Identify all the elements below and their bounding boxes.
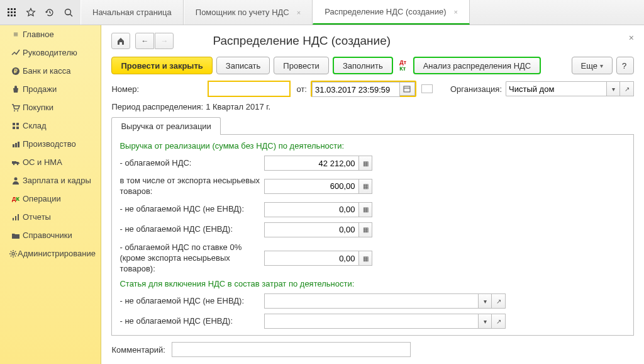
calc-icon[interactable]: ▦ bbox=[358, 156, 372, 171]
post-and-close-button[interactable]: Провести и закрыть bbox=[111, 57, 212, 74]
section-header: Статья для включения НДС в состав затрат… bbox=[119, 279, 626, 288]
field-label: - не облагаемой НДС (ЕНВД): bbox=[119, 316, 264, 327]
close-icon[interactable]: × bbox=[297, 9, 301, 16]
svg-rect-1 bbox=[11, 8, 13, 10]
tabs: Начальная страница Помощник по учету НДС… bbox=[80, 0, 470, 25]
tab-helper[interactable]: Помощник по учету НДС× bbox=[184, 0, 313, 25]
svg-rect-0 bbox=[8, 8, 9, 10]
open-icon[interactable]: ↗ bbox=[492, 293, 506, 309]
org-input[interactable] bbox=[506, 81, 606, 96]
field-label: - не облагаемой НДС (не ЕНВД): bbox=[119, 204, 264, 215]
field-label: - облагаемой НДС по ставке 0% (кроме экс… bbox=[119, 242, 264, 275]
tab-home[interactable]: Начальная страница bbox=[80, 0, 184, 25]
comment-input[interactable] bbox=[172, 342, 411, 357]
sidebar-item-salary[interactable]: Зарплата и кадры bbox=[0, 171, 101, 190]
tab-label: Начальная страница bbox=[92, 8, 172, 17]
number-label: Номер: bbox=[111, 84, 145, 94]
open-icon[interactable]: ↗ bbox=[620, 81, 634, 96]
sidebar-item-label: Администрирование bbox=[18, 249, 96, 258]
toolbar: Провести и закрыть Записать Провести Зап… bbox=[111, 57, 634, 74]
svg-rect-8 bbox=[14, 14, 16, 16]
sidebar-item-label: Покупки bbox=[23, 103, 53, 112]
dk-toolbar-icon[interactable]: ДтКт bbox=[397, 59, 409, 72]
sidebar-item-bank[interactable]: ₽Банк и касса bbox=[0, 62, 101, 80]
tab-active[interactable]: Распределение НДС (создание)× bbox=[313, 0, 470, 25]
nontax-no-envd-input[interactable] bbox=[264, 202, 358, 217]
svg-rect-3 bbox=[8, 11, 9, 13]
export-input[interactable] bbox=[264, 179, 358, 194]
help-button[interactable]: ? bbox=[616, 57, 634, 74]
search-icon[interactable] bbox=[59, 1, 78, 25]
zero-rate-input[interactable] bbox=[264, 251, 358, 266]
svg-rect-16 bbox=[16, 123, 19, 125]
close-icon[interactable]: × bbox=[454, 8, 458, 16]
post-button[interactable]: Провести bbox=[274, 57, 329, 74]
field-label: в том числе от экспорта несырьевых товар… bbox=[119, 176, 264, 197]
open-icon[interactable]: ↗ bbox=[492, 314, 506, 329]
tab-revenue[interactable]: Выручка от реализации bbox=[111, 117, 220, 135]
boxes-icon bbox=[9, 122, 23, 130]
calc-icon[interactable]: ▦ bbox=[358, 222, 372, 237]
sidebar-item-label: Зарплата и кадры bbox=[23, 176, 91, 185]
sidebar-item-reports[interactable]: Отчеты bbox=[0, 208, 101, 226]
sidebar-item-catalogs[interactable]: Справочники bbox=[0, 226, 101, 244]
vat-taxable-input[interactable] bbox=[264, 156, 358, 171]
svg-rect-19 bbox=[13, 144, 14, 147]
calc-icon[interactable]: ▦ bbox=[358, 202, 372, 217]
dropdown-icon[interactable]: ▾ bbox=[478, 314, 492, 329]
sidebar-item-warehouse[interactable]: Склад bbox=[0, 117, 101, 135]
svg-rect-7 bbox=[11, 14, 13, 16]
sidebar-item-label: Справочники bbox=[23, 230, 72, 240]
chart-icon bbox=[9, 48, 23, 57]
section-header: Выручка от реализации (сумма без НДС) по… bbox=[119, 141, 626, 151]
svg-rect-30 bbox=[404, 86, 410, 92]
more-button[interactable]: Еще bbox=[572, 57, 613, 74]
sidebar-item-manager[interactable]: Руководителю bbox=[0, 43, 101, 62]
field-label: - не облагаемой НДС (ЕНВД): bbox=[119, 224, 264, 235]
apps-icon[interactable] bbox=[3, 1, 21, 25]
sidebar-item-operations[interactable]: ДКОперации bbox=[0, 190, 101, 208]
back-button[interactable]: ← bbox=[135, 33, 154, 49]
calc-icon[interactable]: ▦ bbox=[358, 179, 372, 194]
cost-item-envd-input[interactable] bbox=[264, 314, 478, 329]
sidebar-item-assets[interactable]: ОС и НМА bbox=[0, 153, 101, 171]
close-form-icon[interactable]: × bbox=[629, 33, 634, 43]
cost-item-no-envd-input[interactable] bbox=[264, 293, 478, 309]
analysis-button[interactable]: Анализ распределения НДС bbox=[413, 57, 541, 74]
svg-point-9 bbox=[65, 9, 71, 14]
number-input[interactable] bbox=[208, 81, 290, 96]
save-button[interactable]: Записать bbox=[216, 57, 270, 74]
forward-button[interactable]: → bbox=[155, 33, 174, 49]
calendar-icon[interactable] bbox=[400, 82, 415, 96]
svg-point-23 bbox=[13, 163, 15, 165]
sidebar-item-label: Производство bbox=[23, 139, 76, 149]
dropdown-icon[interactable]: ▾ bbox=[606, 81, 620, 96]
date-input[interactable] bbox=[312, 82, 400, 97]
history-icon[interactable] bbox=[40, 1, 59, 25]
truck-icon bbox=[9, 158, 23, 167]
svg-point-14 bbox=[17, 110, 18, 111]
cart-icon bbox=[9, 103, 23, 112]
field-label: - не облагаемой НДС (не ЕНВД): bbox=[119, 296, 264, 307]
sidebar-item-admin[interactable]: Администрирование bbox=[0, 244, 101, 263]
sidebar-item-main[interactable]: ≡Главное bbox=[0, 25, 101, 43]
dropdown-icon[interactable]: ▾ bbox=[478, 293, 492, 309]
sidebar: ≡Главное Руководителю ₽Банк и касса Прод… bbox=[0, 25, 101, 364]
fill-button[interactable]: Заполнить bbox=[333, 57, 393, 74]
org-label: Организация: bbox=[450, 84, 502, 94]
tab-label: Помощник по учету НДС bbox=[196, 8, 289, 17]
sidebar-item-label: Главное bbox=[23, 30, 54, 39]
sidebar-item-purchases[interactable]: Покупки bbox=[0, 98, 101, 117]
calc-icon[interactable]: ▦ bbox=[358, 251, 372, 266]
sidebar-item-production[interactable]: Производство bbox=[0, 135, 101, 153]
person-icon bbox=[9, 176, 23, 185]
page-title: Распределение НДС (создание) bbox=[213, 34, 391, 48]
home-button[interactable] bbox=[111, 33, 130, 49]
svg-point-24 bbox=[17, 163, 19, 165]
star-icon[interactable] bbox=[21, 1, 40, 25]
nontax-envd-input[interactable] bbox=[264, 222, 358, 237]
svg-rect-6 bbox=[8, 14, 9, 16]
sidebar-item-sales[interactable]: Продажи bbox=[0, 80, 101, 98]
bag-icon bbox=[9, 85, 23, 94]
form-flag-icon[interactable] bbox=[421, 84, 433, 93]
